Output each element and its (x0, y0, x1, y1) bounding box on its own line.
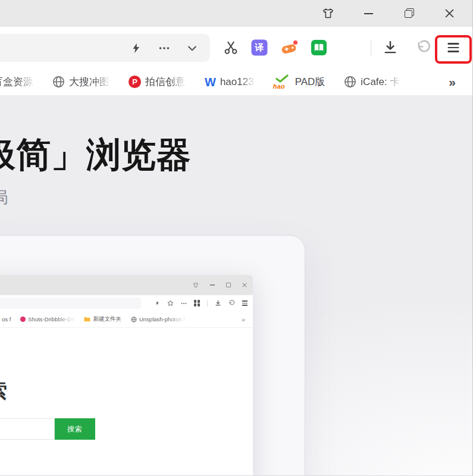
bookmark-item[interactable]: P 拍信创意 (129, 75, 186, 89)
bookmark-item[interactable]: 大搜冲图 (52, 75, 109, 89)
skin-tshirt-icon[interactable] (321, 7, 334, 20)
mini-bookmark-label: Unsplash-photos f (139, 316, 185, 322)
mini-bookmark-item: os f (2, 316, 11, 322)
browser-toolbar: 译 (0, 27, 472, 68)
mini-apps-grid-icon (194, 300, 200, 306)
mini-bookmark-item: 新建文件夹 (84, 315, 121, 323)
bookmark-label: PAD版 (295, 75, 325, 89)
paixin-p-icon: P (129, 76, 141, 88)
mini-globe-icon (131, 317, 137, 322)
minimize-button[interactable] (362, 7, 375, 20)
scissors-capture-icon[interactable] (223, 40, 239, 55)
browser-window: 译 (0, 0, 473, 476)
mini-lightning-icon (155, 300, 160, 306)
hero-browser-screenshot: os f Shots-Dribbble-Dri 新建文件夹 (0, 275, 253, 475)
reader-book-icon[interactable] (311, 40, 327, 55)
mini-address-bar (0, 298, 141, 309)
bookmark-item[interactable]: 盲盒资源 (0, 75, 33, 89)
undo-icon[interactable] (416, 40, 431, 55)
folder-icon (84, 317, 90, 322)
mini-bookmarks-overflow-chevron: » (242, 316, 245, 323)
page-title: 极简」浏览器 (0, 136, 192, 174)
mini-close-icon (242, 283, 247, 287)
mini-search-button: 搜索 (55, 418, 95, 440)
mini-toolbar (0, 295, 253, 311)
bookmarks-bar: 盲盒资源 大搜冲图 P 拍信创意 W hao123 hao (0, 68, 472, 95)
bookmark-label: hao123 (220, 76, 254, 88)
window-titlebar (0, 0, 472, 27)
mini-menu-icon (242, 300, 248, 305)
mini-toolbar-divider (207, 300, 208, 307)
mini-bookmark-item: Shots-Dribbble-Dri (20, 316, 74, 322)
wenku-w-icon: W (205, 76, 216, 88)
bookmark-item[interactable]: W hao123 (205, 76, 254, 88)
globe-icon (344, 76, 356, 88)
mini-bookmark-label: Shots-Dribbble-Dri (28, 316, 74, 322)
bookmark-label: iCafe: 卡 (361, 75, 400, 89)
address-bar[interactable] (0, 34, 210, 62)
bookmark-label: 拍信创意 (145, 75, 186, 89)
mini-search-input (0, 418, 55, 440)
bookmark-item[interactable]: iCafe: 卡 (344, 75, 400, 89)
mini-page-content: 搜索 搜索 (0, 328, 253, 475)
mini-titlebar (0, 275, 253, 295)
mini-bookmark-label: 新建文件夹 (93, 315, 121, 323)
toolbar-divider (371, 40, 371, 55)
dribbble-dot-icon (20, 317, 26, 322)
mini-minimize-icon (210, 284, 215, 286)
more-dots-icon[interactable] (158, 42, 171, 55)
close-button[interactable] (443, 7, 456, 20)
mini-undo-icon (228, 300, 235, 306)
bookmark-label: 盲盒资源 (0, 75, 33, 89)
chevron-down-icon[interactable] (186, 42, 198, 54)
bookmarks-overflow-chevron[interactable]: » (449, 75, 456, 89)
mini-bookmark-label: os f (2, 316, 11, 322)
mini-download-icon (215, 300, 221, 306)
mini-search-heading: 搜索 (0, 378, 8, 405)
lightning-icon[interactable] (130, 42, 142, 55)
translate-icon[interactable]: 译 (252, 40, 268, 56)
download-icon[interactable] (383, 40, 398, 55)
globe-icon (52, 76, 65, 88)
mini-more-dots-icon (181, 300, 187, 306)
menu-icon[interactable] (448, 43, 459, 52)
mini-maximize-icon (226, 283, 231, 287)
apps-grid-icon[interactable] (342, 41, 355, 55)
gamepad-icon[interactable] (281, 40, 299, 55)
bookmark-item[interactable]: hao PAD版 (273, 74, 325, 90)
hao123-icon: hao (273, 74, 291, 90)
bookmark-label: 大搜冲图 (69, 75, 109, 89)
restore-button[interactable] (402, 7, 415, 20)
mini-bookmarks-bar: os f Shots-Dribbble-Dri 新建文件夹 (0, 311, 253, 328)
mini-star-icon (167, 300, 174, 306)
page-content: 极简」浏览器 局 (0, 95, 472, 475)
mini-skin-tshirt-icon (193, 282, 199, 288)
page-subtitle-fragment: 局 (0, 187, 8, 208)
mini-bookmark-item: Unsplash-photos f (131, 316, 185, 322)
